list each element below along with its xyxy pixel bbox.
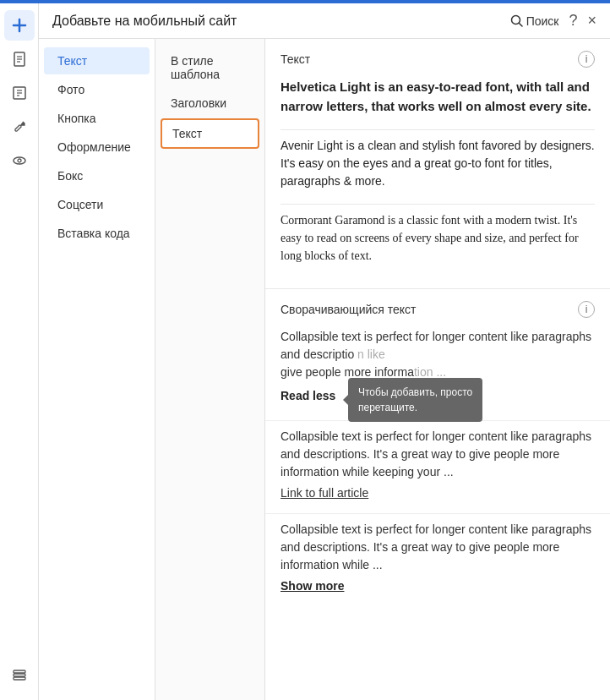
category-item-text[interactable]: Текст (44, 47, 150, 74)
font-card-avenir[interactable]: Avenir Light is a clean and stylish font… (280, 137, 595, 190)
font-card-cormorant[interactable]: Cormorant Garamond is a classic font wit… (280, 211, 595, 265)
search-button[interactable]: Поиск (510, 14, 559, 28)
collapsible-item-2[interactable]: Collapsible text is perfect for longer c… (265, 420, 610, 510)
cormorant-text: Cormorant Garamond is a classic font wit… (280, 211, 595, 265)
panel-title: Добавьте на мобильный сайт (52, 14, 237, 29)
main-container: Добавьте на мобильный сайт Поиск ? × Тек… (0, 3, 610, 700)
category-item-social[interactable]: Соцсети (44, 191, 150, 218)
font-card-helvetica[interactable]: Helvetica Light is an easy-to-read font,… (280, 78, 595, 116)
subcategory-text[interactable]: Текст (161, 118, 259, 149)
category-item-design[interactable]: Оформление (44, 134, 150, 161)
collapsible-section-title: Сворачивающийся текст (280, 303, 417, 316)
category-sidebar: Текст Фото Кнопка Оформление Бокс Соцсет… (39, 39, 155, 700)
svg-point-10 (14, 157, 25, 164)
divider-2 (280, 204, 595, 205)
content-area: Текст i Helvetica Light is an easy-to-re… (265, 39, 610, 700)
subcategory-headings[interactable]: Заголовки (161, 90, 259, 117)
content-row: Текст Фото Кнопка Оформление Бокс Соцсет… (39, 39, 610, 700)
search-label: Поиск (526, 14, 559, 28)
read-less-link[interactable]: Read less (280, 389, 335, 402)
icon-sidebar (0, 3, 39, 700)
text-info-icon[interactable]: i (578, 51, 595, 68)
eye-icon[interactable] (4, 145, 35, 176)
svg-rect-12 (14, 670, 25, 673)
document-icon[interactable] (4, 44, 35, 74)
subcategory-sidebar: В стиле шаблона Заголовки Текст (155, 39, 265, 700)
font-cards: Helvetica Light is an easy-to-read font,… (265, 74, 610, 288)
help-button[interactable]: ? (569, 12, 577, 30)
helvetica-text: Helvetica Light is an easy-to-read font,… (280, 78, 595, 116)
svg-rect-14 (14, 677, 25, 680)
collapsible-info-icon[interactable]: i (578, 301, 595, 318)
avenir-text: Avenir Light is a clean and stylish font… (280, 137, 595, 190)
edit-icon[interactable] (4, 78, 35, 108)
collapsible-item-3[interactable]: Collapsible text is perfect for longer c… (265, 513, 610, 603)
svg-line-16 (519, 24, 522, 27)
divider-1 (280, 129, 595, 130)
collapsible-item-1[interactable]: Collapsible text is perfect for longer c… (265, 325, 610, 417)
category-item-button[interactable]: Кнопка (44, 105, 150, 132)
subcategory-template-style[interactable]: В стиле шаблона (161, 47, 259, 88)
tooltip: Чтобы добавить, простоперетащите. (348, 378, 482, 422)
panel-header: Добавьте на мобильный сайт Поиск ? × (39, 3, 610, 39)
svg-rect-13 (14, 674, 25, 676)
collapsible-text-2: Collapsible text is perfect for longer c… (280, 428, 595, 481)
search-icon (510, 14, 523, 27)
category-item-code[interactable]: Вставка кода (44, 220, 150, 247)
svg-point-11 (18, 159, 21, 162)
close-button[interactable]: × (587, 12, 596, 30)
wrench-icon[interactable] (4, 112, 35, 142)
category-item-photo[interactable]: Фото (44, 76, 150, 103)
plus-icon[interactable] (4, 10, 35, 41)
header-actions: Поиск ? × (510, 12, 596, 30)
collapsible-text-1: Collapsible text is perfect for longer c… (280, 328, 595, 364)
show-more-link[interactable]: Show more (280, 579, 595, 593)
category-item-box[interactable]: Бокс (44, 162, 150, 189)
collapsible-text-3: Collapsible text is perfect for longer c… (280, 521, 595, 574)
link-to-article[interactable]: Link to full article (280, 486, 595, 500)
collapsible-section-header: Сворачивающийся текст i (265, 289, 610, 325)
text-section-header: Текст i (265, 39, 610, 74)
layers-icon[interactable] (4, 659, 35, 690)
text-section-title: Текст (280, 52, 310, 66)
panel-area: Добавьте на мобильный сайт Поиск ? × Тек… (39, 3, 610, 700)
